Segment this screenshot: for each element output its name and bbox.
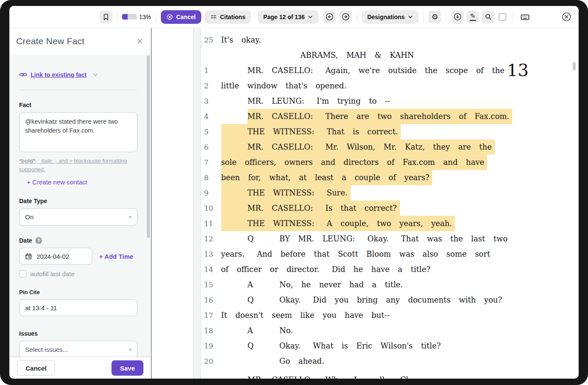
highlighter-tool-button[interactable]: ✎ bbox=[466, 11, 479, 23]
prev-page-button[interactable] bbox=[323, 11, 336, 23]
cancel-button[interactable]: Cancel bbox=[17, 360, 55, 376]
panel-close-button[interactable]: ✕ bbox=[136, 37, 143, 45]
date-input[interactable]: 2024-04-02 bbox=[19, 248, 92, 265]
transcript-text[interactable]: sole officers, owners and directors of F… bbox=[221, 155, 494, 170]
add-time-link[interactable]: + Add Time bbox=[99, 253, 133, 260]
line-number: 12 bbox=[204, 231, 221, 246]
page-selector[interactable]: Page 12 of 136 bbox=[258, 10, 319, 24]
line-text: THE WITNESS: Sure. bbox=[248, 188, 348, 197]
citations-button[interactable]: Citations bbox=[205, 10, 251, 24]
line-text: years. And before that Scott Bloom was a… bbox=[221, 249, 491, 258]
line-text: little window that's opened. bbox=[221, 81, 347, 90]
section-divider bbox=[19, 90, 137, 90]
transcript-line[interactable]: 20Go ahead. bbox=[204, 354, 571, 369]
transcript-text[interactable]: of officer or director. Did he have a ti… bbox=[221, 262, 494, 277]
fact-label: Fact bbox=[19, 102, 137, 108]
pencil-icon: ✎ bbox=[470, 13, 476, 20]
transcript-line[interactable]: 2little window that's opened. bbox=[204, 78, 571, 93]
close-viewer-button[interactable] bbox=[560, 11, 573, 23]
transcript-text[interactable]: It's okay. bbox=[221, 32, 494, 48]
line-number: 10 bbox=[204, 201, 221, 216]
transcript-line[interactable]: 15ANo, he never had a title. bbox=[204, 277, 571, 292]
transcript-text[interactable]: MR. CASELLO: There are two shareholders … bbox=[221, 109, 494, 124]
transcript-line[interactable]: 5THE WITNESS: That is correct. bbox=[204, 124, 571, 139]
transcript-text[interactable]: QBY MR. LEUNG: Okay. That was the last t… bbox=[221, 231, 494, 246]
transcript-line[interactable]: 12QBY MR. LEUNG: Okay. That was the last… bbox=[204, 231, 571, 246]
transcript-text[interactable]: Go ahead. bbox=[221, 354, 494, 369]
next-page-button[interactable] bbox=[339, 11, 352, 23]
designation-gutter[interactable] bbox=[193, 28, 201, 379]
transcript-text[interactable]: been for, what, at least a couple of yea… bbox=[221, 170, 494, 185]
toolbar-divider bbox=[117, 12, 117, 22]
transcript-text[interactable]: little window that's opened. bbox=[221, 78, 494, 93]
chevron-down-icon[interactable] bbox=[92, 72, 98, 78]
line-text: MR. CASELLO: Mr. Wilson, Mr. Katz, they … bbox=[248, 142, 492, 151]
cancel-mode-button[interactable]: Cancel bbox=[161, 10, 201, 24]
transcript-line[interactable]: 10MR. CASELLO: Is that correct? bbox=[204, 201, 571, 216]
transcript-text[interactable]: QOkay. What is Eric Wilson's title? bbox=[221, 338, 494, 354]
settings-button[interactable]: ⚙ bbox=[428, 11, 441, 23]
transcript-line[interactable]: 19QOkay. What is Eric Wilson's title? bbox=[204, 338, 571, 354]
transcript-line[interactable]: 9THE WITNESS: Sure. bbox=[204, 185, 571, 201]
line-text: of officer or director. Did he have a ti… bbox=[221, 265, 431, 274]
transcript-line[interactable]: 25It's okay. bbox=[204, 32, 571, 48]
transcript-line[interactable]: 13years. And before that Scott Bloom was… bbox=[204, 246, 571, 262]
designations-dropdown[interactable]: Designations bbox=[362, 10, 419, 24]
transcript-scrollbar[interactable] bbox=[573, 62, 576, 71]
help-icon[interactable]: ? bbox=[35, 237, 42, 244]
issues-select[interactable]: Select issues... ▾ bbox=[19, 341, 137, 357]
line-text: No, he never had a title. bbox=[280, 280, 403, 289]
transcript-line[interactable]: 3MR. LEUNG: I'm trying to -- bbox=[204, 93, 571, 109]
transcript-text[interactable]: MR. LEUNG: I'm trying to -- bbox=[221, 93, 494, 109]
download-circle-icon bbox=[453, 12, 462, 21]
transcript-text[interactable]: THE WITNESS: Sure. bbox=[221, 185, 494, 201]
transcript-text[interactable]: ANo. bbox=[221, 323, 494, 338]
transcript-line[interactable]: MR. CASELLO: Wh... I... ...ll... Cl... bbox=[204, 372, 571, 379]
transcript-line[interactable]: 16QOkay. Did you bring any documents wit… bbox=[204, 292, 571, 308]
transcript-line[interactable]: 14of officer or director. Did he have a … bbox=[204, 262, 571, 277]
transcript-text[interactable]: QOkay. Did you bring any documents with … bbox=[221, 292, 494, 308]
transcript-header[interactable]: ABRAMS, MAH & KAHN bbox=[221, 48, 494, 63]
autofill-row: autofill last date bbox=[19, 270, 137, 277]
search-button[interactable] bbox=[482, 11, 494, 23]
line-number: 25 bbox=[204, 32, 221, 48]
transcript-line[interactable]: 18ANo. bbox=[204, 323, 571, 338]
create-new-contact-link[interactable]: + Create new contact bbox=[27, 178, 87, 186]
transcript-text[interactable]: THE WITNESS: That is correct. bbox=[221, 124, 494, 139]
transcript-text[interactable]: MR. CASELLO: Wh... I... ...ll... Cl... bbox=[221, 372, 494, 379]
transcript-line[interactable]: 7sole officers, owners and directors of … bbox=[204, 155, 571, 170]
autofill-checkbox[interactable] bbox=[19, 270, 26, 277]
line-text: MR. CASELLO: Wh... I... ...ll... Cl... bbox=[248, 375, 416, 379]
transcript-line[interactable]: 11THE WITNESS: A couple, two years, yeah… bbox=[204, 216, 571, 231]
date-type-select[interactable]: On ▾ bbox=[19, 208, 137, 226]
transcript-line[interactable]: 17It doesn't seem like you have but-- bbox=[204, 308, 571, 323]
fact-textarea[interactable]: @kevinkatz stated there were two shareho… bbox=[19, 112, 137, 152]
link-to-existing-fact[interactable]: Link to existing fact bbox=[19, 71, 137, 79]
transcript-line[interactable]: 4MR. CASELLO: There are two shareholders… bbox=[204, 109, 571, 124]
transcript-text[interactable]: MR. CASELLO: Mr. Wilson, Mr. Katz, they … bbox=[221, 139, 494, 155]
toolbar-divider bbox=[357, 12, 357, 22]
transcript-text[interactable]: MR. CASELLO: Again, we're outside the sc… bbox=[221, 63, 494, 78]
create-fact-panel: Create New Fact ✕ Link to existing fact … bbox=[9, 28, 151, 379]
transcript-viewer: 25It's okay.ABRAMS, MAH & KAHN1MR. CASEL… bbox=[152, 28, 579, 379]
transcript-text[interactable]: THE WITNESS: A couple, two years, yeah. bbox=[221, 216, 494, 231]
transcript-text[interactable]: years. And before that Scott Bloom was a… bbox=[221, 246, 494, 262]
arrow-left-circle-icon bbox=[325, 12, 334, 21]
citations-list-icon bbox=[210, 14, 217, 20]
pin-cite-input[interactable] bbox=[19, 299, 137, 316]
transcript-text[interactable]: It doesn't seem like you have but-- bbox=[221, 308, 494, 323]
save-button[interactable]: Save bbox=[111, 360, 143, 376]
panel-footer: Cancel Save bbox=[9, 357, 151, 379]
transcript-text[interactable]: MR. CASELLO: Is that correct? bbox=[221, 201, 494, 216]
panel-scrollbar[interactable] bbox=[147, 55, 150, 238]
keyboard-shortcuts-button[interactable] bbox=[519, 11, 531, 23]
line-number: 20 bbox=[204, 354, 221, 369]
select-triangle-icon: ▾ bbox=[128, 214, 131, 220]
transcript-text[interactable]: ANo, he never had a title. bbox=[221, 277, 494, 292]
bookmark-button[interactable] bbox=[100, 11, 112, 23]
download-button[interactable] bbox=[451, 11, 464, 23]
autofill-label: autofill last date bbox=[30, 270, 74, 277]
transcript-line[interactable]: 8been for, what, at least a couple of ye… bbox=[204, 170, 571, 185]
selection-box-icon[interactable] bbox=[499, 13, 506, 21]
transcript-line[interactable]: 6MR. CASELLO: Mr. Wilson, Mr. Katz, they… bbox=[204, 139, 571, 155]
